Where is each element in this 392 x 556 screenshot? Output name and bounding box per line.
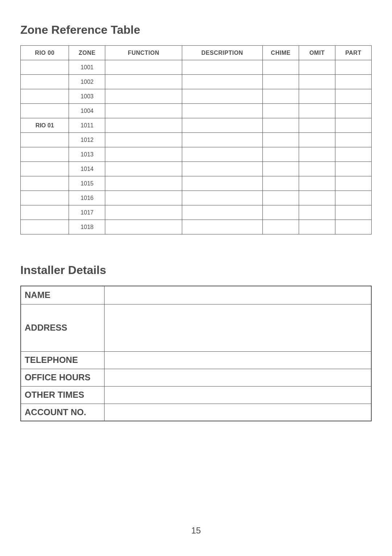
zone-cell-description <box>182 104 262 118</box>
installer-row: OFFICE HOURS <box>21 369 371 386</box>
zone-cell-part <box>335 162 371 176</box>
zone-cell-part <box>335 220 371 234</box>
table-row: 1014 <box>21 162 372 176</box>
zone-cell-function <box>105 162 182 176</box>
table-row: 1013 <box>21 147 372 162</box>
zone-cell-description <box>182 220 262 234</box>
installer-label: ADDRESS <box>21 304 104 351</box>
zone-cell-chime <box>262 220 299 234</box>
zone-cell-description <box>182 133 262 147</box>
zone-cell-part <box>335 147 371 162</box>
zone-cell-function <box>105 176 182 191</box>
zone-header-part: PART <box>335 46 371 60</box>
installer-value <box>104 286 371 304</box>
zone-cell-omit <box>299 220 335 234</box>
zone-cell-chime <box>262 104 299 118</box>
document-page: Zone Reference Table RIO 00 ZONE FUNCTIO… <box>0 0 392 556</box>
zone-cell-function <box>105 191 182 205</box>
table-row: 1017 <box>21 205 372 220</box>
zone-header-rio: RIO 00 <box>21 46 69 60</box>
installer-label: NAME <box>21 286 104 304</box>
zone-header-zone: ZONE <box>69 46 105 60</box>
zone-cell-function <box>105 133 182 147</box>
installer-value <box>104 369 371 386</box>
zone-cell-part <box>335 176 371 191</box>
zone-cell-zone: 1001 <box>69 60 105 75</box>
zone-cell-description <box>182 205 262 220</box>
zone-cell-omit <box>299 133 335 147</box>
zone-cell-function <box>105 118 182 133</box>
zone-cell-function <box>105 89 182 104</box>
zone-reference-table: RIO 00 ZONE FUNCTION DESCRIPTION CHIME O… <box>20 45 372 234</box>
zone-cell-chime <box>262 176 299 191</box>
zone-cell-zone: 1003 <box>69 89 105 104</box>
zone-cell-chime <box>262 60 299 75</box>
installer-details-table: NAMEADDRESSTELEPHONEOFFICE HOURSOTHER TI… <box>20 286 372 421</box>
zone-cell-zone: 1017 <box>69 205 105 220</box>
table-row: 1001 <box>21 60 372 75</box>
installer-row: ACCOUNT NO. <box>21 404 371 421</box>
zone-cell-zone: 1002 <box>69 75 105 89</box>
installer-row: TELEPHONE <box>21 351 371 369</box>
zone-cell-rio <box>21 89 69 104</box>
zone-cell-zone: 1014 <box>69 162 105 176</box>
zone-cell-omit <box>299 191 335 205</box>
installer-label: OTHER TIMES <box>21 386 104 404</box>
zone-cell-zone: 1011 <box>69 118 105 133</box>
zone-cell-part <box>335 104 371 118</box>
zone-cell-part <box>335 89 371 104</box>
zone-cell-description <box>182 89 262 104</box>
table-row: 1012 <box>21 133 372 147</box>
zone-cell-rio <box>21 147 69 162</box>
zone-cell-rio <box>21 191 69 205</box>
zone-cell-description <box>182 191 262 205</box>
zone-header-description: DESCRIPTION <box>182 46 262 60</box>
zone-cell-description <box>182 118 262 133</box>
zone-cell-zone: 1012 <box>69 133 105 147</box>
zone-cell-omit <box>299 60 335 75</box>
zone-cell-omit <box>299 205 335 220</box>
zone-cell-description <box>182 60 262 75</box>
zone-cell-rio <box>21 75 69 89</box>
zone-cell-omit <box>299 104 335 118</box>
zone-cell-rio <box>21 60 69 75</box>
zone-cell-chime <box>262 118 299 133</box>
table-row: 1002 <box>21 75 372 89</box>
table-row: 1003 <box>21 89 372 104</box>
installer-label: TELEPHONE <box>21 351 104 369</box>
zone-header-function: FUNCTION <box>105 46 182 60</box>
table-row: RIO 011011 <box>21 118 372 133</box>
zone-cell-part <box>335 75 371 89</box>
zone-cell-chime <box>262 205 299 220</box>
zone-cell-zone: 1015 <box>69 176 105 191</box>
zone-cell-part <box>335 205 371 220</box>
zone-cell-chime <box>262 162 299 176</box>
zone-cell-rio <box>21 205 69 220</box>
zone-cell-function <box>105 220 182 234</box>
page-number: 15 <box>0 526 392 536</box>
zone-cell-part <box>335 118 371 133</box>
installer-row: OTHER TIMES <box>21 386 371 404</box>
installer-value <box>104 304 371 351</box>
zone-cell-chime <box>262 89 299 104</box>
table-row: 1004 <box>21 104 372 118</box>
zone-cell-part <box>335 60 371 75</box>
zone-cell-function <box>105 75 182 89</box>
zone-cell-description <box>182 75 262 89</box>
zone-cell-description <box>182 176 262 191</box>
zone-cell-rio <box>21 176 69 191</box>
installer-value <box>104 404 371 421</box>
zone-cell-chime <box>262 191 299 205</box>
zone-cell-rio: RIO 01 <box>21 118 69 133</box>
zone-cell-chime <box>262 147 299 162</box>
installer-label: OFFICE HOURS <box>21 369 104 386</box>
zone-cell-function <box>105 60 182 75</box>
zone-cell-chime <box>262 133 299 147</box>
installer-row: NAME <box>21 286 371 304</box>
zone-cell-omit <box>299 147 335 162</box>
zone-cell-omit <box>299 176 335 191</box>
zone-reference-heading: Zone Reference Table <box>20 23 372 37</box>
zone-cell-zone: 1013 <box>69 147 105 162</box>
zone-cell-omit <box>299 89 335 104</box>
zone-table-header-row: RIO 00 ZONE FUNCTION DESCRIPTION CHIME O… <box>21 46 372 60</box>
